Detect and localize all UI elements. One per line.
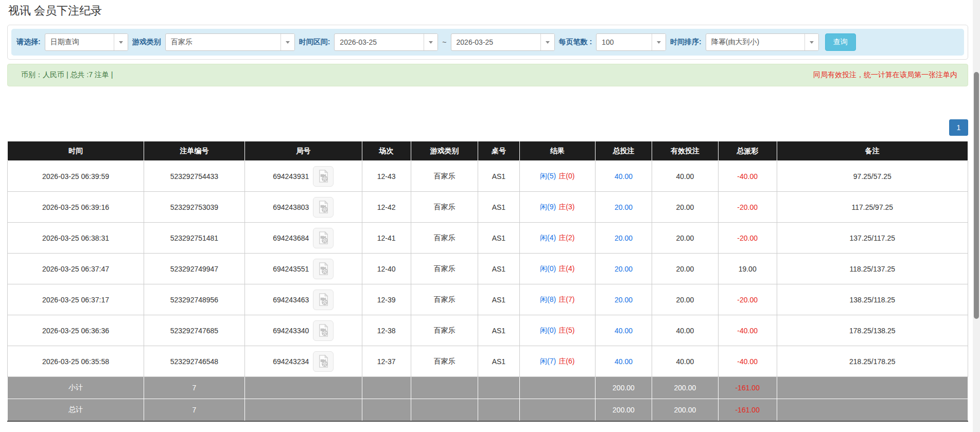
header-session: 场次 xyxy=(362,141,411,161)
total-bet-link[interactable]: 40.00 xyxy=(615,172,633,181)
cell-result: 闲(5)庄(0) xyxy=(519,161,595,192)
pagination-page-1-button[interactable]: 1 xyxy=(949,119,968,136)
cell-total-bet: 20.00 xyxy=(595,284,652,315)
cell-note: 117.25/97.25 xyxy=(777,192,968,223)
header-valid-bet: 有效投注 xyxy=(652,141,719,161)
total-bet-link[interactable]: 20.00 xyxy=(615,234,633,242)
result-banker-text: 庄(6) xyxy=(558,357,574,365)
table-row: 2026-03-25 06:39:16 523292753039 6942438… xyxy=(8,192,968,223)
sort-order-select[interactable]: 降幂(由大到小) xyxy=(706,33,819,51)
total-bet-link[interactable]: 20.00 xyxy=(615,265,633,273)
cell-total-bet: 40.00 xyxy=(595,315,652,346)
cell-total-bet: 20.00 xyxy=(595,192,652,223)
table-row: 2026-03-25 06:39:59 523292754433 6942439… xyxy=(8,161,968,192)
video-record-icon[interactable] xyxy=(313,197,334,218)
result-player-text: 闲(8) xyxy=(540,295,556,303)
table-row: 2026-03-25 06:37:47 523292749947 6942435… xyxy=(8,254,968,284)
game-type-select-value: 百家乐 xyxy=(166,38,192,47)
cell-total-bet: 40.00 xyxy=(595,346,652,377)
filter-panel: 请选择: 日期查询 游戏类别 百家乐 时间区间: 2026-03-25 ~ xyxy=(7,25,968,60)
cell-payout: -40.00 xyxy=(718,161,777,192)
result-player-text: 闲(9) xyxy=(540,203,556,211)
result-banker-text: 庄(4) xyxy=(558,264,574,273)
date-from-select[interactable]: 2026-03-25 xyxy=(334,33,438,51)
cell-round-id: 694243551 xyxy=(244,254,362,284)
cell-round-id: 694243931 xyxy=(244,161,362,192)
cell-table-no: AS1 xyxy=(478,346,519,377)
cell-valid-bet: 20.00 xyxy=(652,284,719,315)
cell-bet-id: 523292751481 xyxy=(144,223,244,254)
valid-bet-notice-text: 同局有效投注，统一计算在该局第一张注单内 xyxy=(813,70,957,80)
cell-bet-id: 523292749947 xyxy=(144,254,244,284)
cell-time: 2026-03-25 06:37:47 xyxy=(8,254,144,284)
page-size-label: 每页笔数 : xyxy=(559,38,592,47)
video-record-icon[interactable] xyxy=(313,290,334,310)
cell-game-type: 百家乐 xyxy=(411,346,478,377)
currency-summary-bar: 币别：人民币 | 总共 :7 注单 | 同局有效投注，统一计算在该局第一张注单内 xyxy=(7,64,968,86)
cell-round-id: 694243803 xyxy=(244,192,362,223)
cell-game-type: 百家乐 xyxy=(411,192,478,223)
video-record-icon[interactable] xyxy=(313,228,334,248)
header-bet-id: 注单编号 xyxy=(144,141,244,161)
header-table-no: 桌号 xyxy=(478,141,519,161)
cell-payout: -20.00 xyxy=(718,192,777,223)
cell-round-id: 694243234 xyxy=(244,346,362,377)
cell-time: 2026-03-25 06:38:31 xyxy=(8,223,144,254)
grand-total-valid-bet: 200.00 xyxy=(652,399,719,421)
cell-note: 218.25/178.25 xyxy=(777,346,968,377)
cell-time: 2026-03-25 06:39:16 xyxy=(8,192,144,223)
chevron-down-icon xyxy=(281,34,294,50)
cell-game-type: 百家乐 xyxy=(411,161,478,192)
cell-table-no: AS1 xyxy=(478,315,519,346)
cell-time: 2026-03-25 06:37:17 xyxy=(8,284,144,315)
header-result: 结果 xyxy=(519,141,595,161)
cell-valid-bet: 40.00 xyxy=(652,161,719,192)
round-id-text: 694243340 xyxy=(273,327,309,335)
betting-records-table: 时间 注单编号 局号 场次 游戏类别 桌号 结果 总投注 有效投注 总派彩 备注… xyxy=(7,141,968,422)
date-to-select[interactable]: 2026-03-25 xyxy=(451,33,555,51)
round-id-text: 694243234 xyxy=(273,357,309,366)
cell-bet-id: 523292753039 xyxy=(144,192,244,223)
total-bet-link[interactable]: 40.00 xyxy=(615,327,633,335)
cell-note: 137.25/117.25 xyxy=(777,223,968,254)
table-header-row: 时间 注单编号 局号 场次 游戏类别 桌号 结果 总投注 有效投注 总派彩 备注 xyxy=(8,141,968,161)
chevron-down-icon xyxy=(540,34,554,50)
cell-game-type: 百家乐 xyxy=(411,223,478,254)
header-game-type: 游戏类别 xyxy=(411,141,478,161)
subtotal-total-bet: 200.00 xyxy=(595,377,652,399)
date-range-tilde: ~ xyxy=(442,38,446,46)
scrollbar-thumb[interactable] xyxy=(974,72,979,319)
cell-payout: -20.00 xyxy=(718,223,777,254)
date-from-value: 2026-03-25 xyxy=(335,38,377,46)
cell-payout: -40.00 xyxy=(718,346,777,377)
cell-payout: 19.00 xyxy=(718,254,777,284)
result-player-text: 闲(0) xyxy=(540,264,556,273)
video-record-icon[interactable] xyxy=(313,320,334,341)
content-area: 视讯 会员下注纪录 请选择: 日期查询 游戏类别 百家乐 时间区间: 2026-… xyxy=(0,0,980,422)
vertical-scrollbar[interactable] xyxy=(973,0,980,432)
cell-session: 12-42 xyxy=(362,192,411,223)
result-banker-text: 庄(2) xyxy=(558,233,574,242)
table-row: 2026-03-25 06:38:31 523292751481 6942436… xyxy=(8,223,968,254)
cell-bet-id: 523292748956 xyxy=(144,284,244,315)
search-button[interactable]: 查询 xyxy=(825,33,856,51)
chevron-down-icon xyxy=(424,34,437,50)
cell-note: 178.25/138.25 xyxy=(777,315,968,346)
video-record-icon[interactable] xyxy=(313,259,334,279)
query-type-label: 请选择: xyxy=(16,38,41,47)
game-type-select[interactable]: 百家乐 xyxy=(165,33,295,51)
date-range-label: 时间区间: xyxy=(299,38,330,47)
header-round-id: 局号 xyxy=(244,141,362,161)
query-type-select[interactable]: 日期查询 xyxy=(45,33,128,51)
video-record-icon[interactable] xyxy=(313,351,334,372)
total-bet-link[interactable]: 40.00 xyxy=(615,357,633,366)
sort-order-value: 降幂(由大到小) xyxy=(706,38,759,47)
total-bet-link[interactable]: 20.00 xyxy=(615,296,633,304)
video-record-icon[interactable] xyxy=(313,166,334,187)
cell-payout: -40.00 xyxy=(718,315,777,346)
result-banker-text: 庄(5) xyxy=(558,326,574,334)
cell-time: 2026-03-25 06:35:58 xyxy=(8,346,144,377)
total-bet-link[interactable]: 20.00 xyxy=(615,203,633,211)
page-size-select[interactable]: 100 xyxy=(596,33,666,51)
betting-records-page: 视讯 会员下注纪录 请选择: 日期查询 游戏类别 百家乐 时间区间: 2026-… xyxy=(0,0,980,432)
